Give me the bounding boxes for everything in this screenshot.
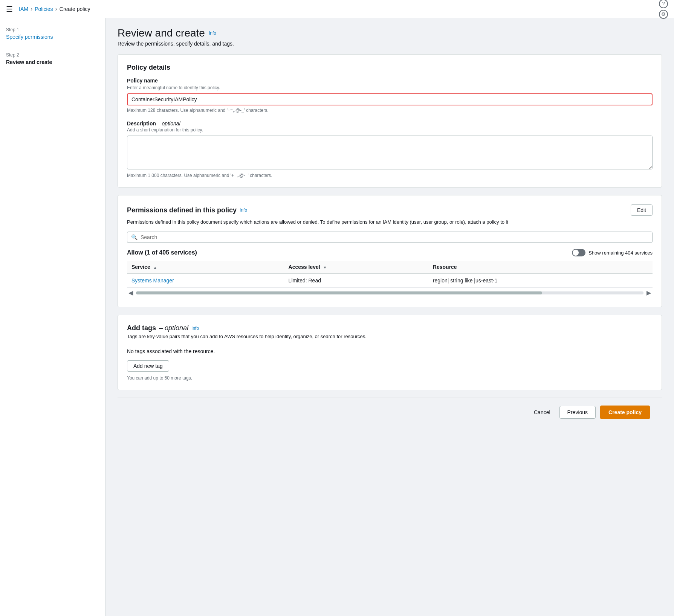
- permissions-description: Permissions defined in this policy docum…: [127, 219, 653, 226]
- tags-info-badge[interactable]: Info: [191, 326, 199, 331]
- scrollbar-thumb: [136, 291, 542, 294]
- permissions-title: Permissions defined in this policy: [127, 206, 237, 214]
- allow-row: Allow (1 of 405 services) Show remaining…: [127, 249, 653, 256]
- toggle-knob: [573, 250, 579, 256]
- menu-icon[interactable]: ☰: [6, 5, 13, 14]
- col-service[interactable]: Service ▲: [127, 261, 284, 273]
- sidebar-step1-label: Step 1: [6, 27, 99, 32]
- sort-service-icon[interactable]: ▲: [153, 265, 157, 270]
- tags-card: Add tags – optional Info Tags are key-va…: [118, 315, 662, 390]
- sort-access-icon[interactable]: ▼: [323, 265, 327, 270]
- search-input[interactable]: [141, 234, 648, 240]
- policy-details-title: Policy details: [127, 64, 653, 72]
- sidebar-step1-link[interactable]: Specify permissions: [6, 34, 53, 40]
- breadcrumb-sep2: ›: [55, 6, 57, 12]
- permissions-info-badge[interactable]: Info: [240, 207, 247, 213]
- table-cell-access: Limited: Read: [284, 273, 428, 288]
- top-bar: ☰ IAM › Policies › Create policy ? ⚙: [0, 0, 674, 18]
- no-tags-message: No tags associated with the resource.: [127, 348, 653, 354]
- add-tag-button[interactable]: Add new tag: [127, 360, 169, 372]
- breadcrumb: IAM › Policies › Create policy: [19, 6, 90, 12]
- toggle-group: Show remaining 404 services: [572, 249, 653, 256]
- breadcrumb-sep1: ›: [31, 6, 32, 12]
- page-subtitle: Review the permissions, specify details,…: [118, 41, 662, 47]
- breadcrumb-current: Create policy: [60, 6, 90, 12]
- permissions-title-group: Permissions defined in this policy Info: [127, 206, 247, 214]
- table-scrollbar-row: ◀ ▶: [127, 288, 653, 298]
- col-access[interactable]: Access level ▼: [284, 261, 428, 273]
- description-optional: – optional: [157, 120, 180, 127]
- allow-label: Allow (1 of 405 services): [127, 249, 197, 256]
- policy-name-input[interactable]: [127, 93, 653, 105]
- tags-card-title: Add tags – optional Info: [127, 324, 653, 332]
- col-resource: Resource: [428, 261, 653, 273]
- tags-description: Tags are key-value pairs that you can ad…: [127, 334, 653, 339]
- breadcrumb-iam-link[interactable]: IAM: [19, 6, 28, 12]
- edit-button[interactable]: Edit: [631, 204, 653, 216]
- table-header-row: Service ▲ Access level ▼ Resource: [127, 261, 653, 273]
- previous-button[interactable]: Previous: [559, 406, 596, 419]
- search-icon: 🔍: [131, 234, 138, 240]
- permissions-card: Permissions defined in this policy Info …: [118, 195, 662, 307]
- top-bar-icons: ? ⚙: [659, 0, 668, 19]
- table-row: Systems Manager Limited: Read region| st…: [127, 273, 653, 288]
- settings-icon[interactable]: ⚙: [659, 10, 668, 19]
- sidebar-step2-title: Review and create: [6, 59, 99, 65]
- policy-name-hint: Enter a meaningful name to identify this…: [127, 85, 653, 90]
- scrollbar-track[interactable]: [136, 291, 643, 294]
- footer-actions: Cancel Previous Create policy: [118, 398, 662, 427]
- permissions-table: Service ▲ Access level ▼ Resource: [127, 261, 653, 288]
- page-info-badge[interactable]: Info: [209, 30, 216, 36]
- sidebar: Step 1 Specify permissions Step 2 Review…: [0, 18, 105, 616]
- scroll-right-arrow[interactable]: ▶: [645, 288, 653, 298]
- toggle-label: Show remaining 404 services: [588, 250, 653, 256]
- breadcrumb-policies-link[interactable]: Policies: [35, 6, 53, 12]
- policy-name-label: Policy name: [127, 78, 653, 84]
- policy-details-card: Policy details Policy name Enter a meani…: [118, 54, 662, 188]
- table-cell-service: Systems Manager: [127, 273, 284, 288]
- main-layout: Step 1 Specify permissions Step 2 Review…: [0, 18, 674, 616]
- table-cell-resource: region| string like |us-east-1: [428, 273, 653, 288]
- sidebar-divider: [6, 46, 99, 46]
- tags-optional: – optional: [159, 324, 188, 332]
- scroll-left-arrow[interactable]: ◀: [127, 288, 134, 298]
- permissions-table-wrapper: Service ▲ Access level ▼ Resource: [127, 261, 653, 298]
- service-link[interactable]: Systems Manager: [131, 278, 174, 284]
- page-title-text: Review and create: [118, 27, 205, 39]
- create-policy-button[interactable]: Create policy: [600, 406, 650, 419]
- description-constraint: Maximum 1,000 characters. Use alphanumer…: [127, 173, 653, 178]
- description-textarea[interactable]: [127, 136, 653, 169]
- cancel-button[interactable]: Cancel: [529, 406, 555, 418]
- page-title-row: Review and create Info: [118, 27, 662, 39]
- description-label: Description – optional: [127, 120, 653, 127]
- tag-note: You can add up to 50 more tags.: [127, 375, 653, 381]
- sidebar-step2-label: Step 2: [6, 52, 99, 58]
- remaining-services-toggle[interactable]: [572, 249, 585, 256]
- help-icon[interactable]: ?: [659, 0, 668, 8]
- main-content: Review and create Info Review the permis…: [105, 18, 674, 616]
- permissions-header: Permissions defined in this policy Info …: [127, 204, 653, 216]
- policy-name-constraint: Maximum 128 characters. Use alphanumeric…: [127, 108, 653, 113]
- description-hint: Add a short explanation for this policy.: [127, 127, 653, 133]
- permissions-search-box[interactable]: 🔍: [127, 232, 653, 243]
